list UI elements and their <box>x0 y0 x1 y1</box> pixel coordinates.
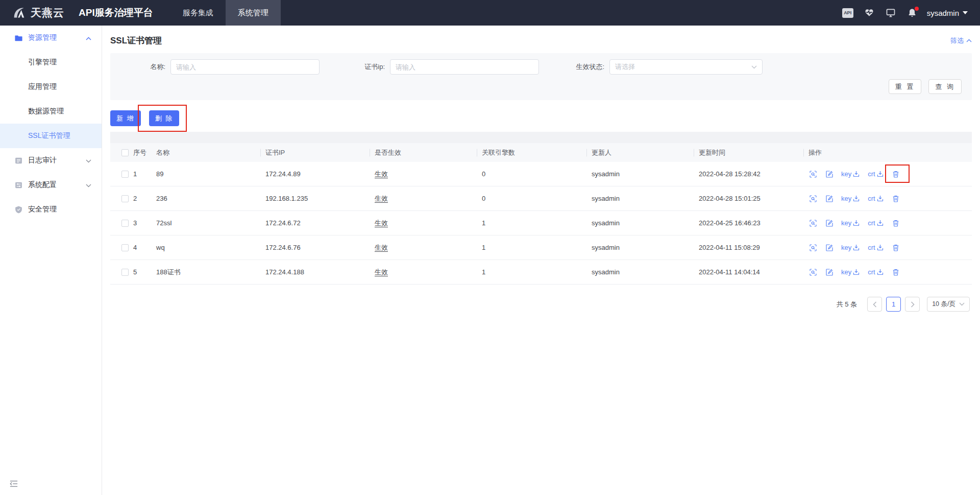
sidebar-item-system-config[interactable]: 系统配置 <box>0 173 102 197</box>
download-key-link[interactable]: key <box>841 244 860 251</box>
download-icon <box>852 219 860 227</box>
edit-icon[interactable] <box>825 243 834 252</box>
cell-ip: 172.24.4.188 <box>265 268 375 276</box>
sidebar-item-label: 安全管理 <box>28 205 57 214</box>
chevron-down-icon <box>86 156 91 164</box>
preview-icon[interactable] <box>808 243 817 252</box>
download-key-link[interactable]: key <box>841 219 860 227</box>
cert-ip-filter-input[interactable] <box>390 59 539 75</box>
delete-button[interactable]: 删 除 <box>149 110 180 126</box>
delete-row-icon[interactable] <box>892 219 900 227</box>
status-badge: 生效 <box>375 170 388 178</box>
search-button[interactable]: 查 询 <box>928 79 962 94</box>
reset-button[interactable]: 重 置 <box>889 79 922 94</box>
sidebar-item-ssl-cert-management[interactable]: SSL证书管理 <box>0 124 102 148</box>
cell-updater: sysadmin <box>592 268 699 276</box>
page-number-button[interactable]: 1 <box>886 297 901 312</box>
col-header-ip: 证书IP <box>265 148 375 157</box>
download-crt-link[interactable]: crt <box>868 195 884 202</box>
delete-row-icon[interactable] <box>892 243 900 252</box>
download-crt-link[interactable]: crt <box>868 244 884 251</box>
edit-icon[interactable] <box>825 170 834 178</box>
screen-icon[interactable] <box>885 7 896 18</box>
sidebar-item-resource-management[interactable]: 资源管理 <box>0 26 102 50</box>
api-doc-icon[interactable]: API <box>842 7 853 18</box>
nav-system-management[interactable]: 系统管理 <box>226 0 281 26</box>
cell-updated-time: 2022-04-28 15:01:25 <box>699 195 808 202</box>
download-crt-link[interactable]: crt <box>868 170 884 178</box>
edit-icon[interactable] <box>825 268 834 276</box>
cell-updated-time: 2022-04-11 14:04:14 <box>699 268 808 276</box>
row-checkbox[interactable] <box>121 195 129 202</box>
cell-index: 1 <box>133 170 156 178</box>
sidebar-item-engine-management[interactable]: 引擎管理 <box>0 50 102 75</box>
cell-updater: sysadmin <box>592 219 699 227</box>
cert-ip-filter-label: 证书ip: <box>345 62 385 72</box>
col-header-actions: 操作 <box>808 148 972 157</box>
delete-row-icon[interactable] <box>892 170 900 178</box>
health-monitor-icon[interactable] <box>864 7 875 18</box>
download-icon <box>876 195 884 202</box>
row-checkbox[interactable] <box>121 244 129 251</box>
cell-index: 2 <box>133 195 156 202</box>
prev-page-button[interactable] <box>867 297 882 312</box>
cell-index: 4 <box>133 244 156 251</box>
preview-icon[interactable] <box>808 170 817 178</box>
filter-toggle-link[interactable]: 筛选 <box>950 36 972 45</box>
sidebar-item-app-management[interactable]: 应用管理 <box>0 75 102 99</box>
notification-bell-icon[interactable] <box>906 7 918 18</box>
name-filter-input[interactable] <box>170 59 320 75</box>
row-checkbox[interactable] <box>121 269 129 276</box>
download-key-link[interactable]: key <box>841 195 860 202</box>
col-header-index: 序号 <box>133 148 156 157</box>
chevron-down-icon <box>751 65 757 69</box>
preview-icon[interactable] <box>808 219 817 227</box>
cell-index: 5 <box>133 268 156 276</box>
download-key-link[interactable]: key <box>841 268 860 276</box>
download-icon <box>876 219 884 227</box>
table-row: 4 wq 172.24.6.76 生效 1 sysadmin 2022-04-1… <box>110 235 972 260</box>
page-title: SSL证书管理 <box>110 35 162 46</box>
download-key-link[interactable]: key <box>841 170 860 178</box>
sidebar-item-datasource-management[interactable]: 数据源管理 <box>0 99 102 124</box>
preview-icon[interactable] <box>808 268 817 276</box>
user-menu[interactable]: sysadmin <box>927 9 968 17</box>
collapse-sidebar-icon[interactable] <box>9 480 18 490</box>
chevron-down-icon <box>86 181 91 189</box>
cell-ip: 172.24.6.76 <box>265 244 375 251</box>
delete-row-icon[interactable] <box>892 268 900 276</box>
nav-service-integration[interactable]: 服务集成 <box>170 0 226 26</box>
status-filter-select[interactable]: 请选择 <box>609 59 763 75</box>
add-button[interactable]: 新 增 <box>110 110 141 126</box>
page-size-select[interactable]: 10 条/页 <box>927 297 970 312</box>
cell-name: wq <box>156 244 265 251</box>
col-header-status: 是否生效 <box>375 148 482 157</box>
download-crt-link[interactable]: crt <box>868 268 884 276</box>
notification-badge <box>915 7 919 11</box>
table-row: 1 89 172.24.4.89 生效 0 sysadmin 2022-04-2… <box>110 162 972 186</box>
table-header-row: 序号 名称 证书IP 是否生效 关联引擎数 更新人 更新时间 操作 <box>110 143 972 162</box>
sidebar-item-security-management[interactable]: 安全管理 <box>0 197 102 222</box>
sidebar-item-log-audit[interactable]: 日志审计 <box>0 148 102 173</box>
select-all-checkbox[interactable] <box>121 149 129 156</box>
row-checkbox[interactable] <box>121 171 129 178</box>
edit-icon[interactable] <box>825 194 834 203</box>
sidebar-item-label: 日志审计 <box>28 156 57 165</box>
delete-row-icon[interactable] <box>892 194 900 203</box>
download-icon <box>852 268 860 276</box>
chevron-up-icon <box>86 34 91 42</box>
edit-icon[interactable] <box>825 219 834 227</box>
row-checkbox[interactable] <box>121 220 129 227</box>
cell-name: 236 <box>156 195 265 202</box>
cell-ip: 172.24.4.89 <box>265 170 375 178</box>
status-badge: 生效 <box>375 268 388 276</box>
table-row: 2 236 192.168.1.235 生效 0 sysadmin 2022-0… <box>110 186 972 211</box>
sidebar: 资源管理 引擎管理 应用管理 数据源管理 SSL证书管理 日志审计 系统配置 <box>0 26 102 495</box>
download-crt-link[interactable]: crt <box>868 219 884 227</box>
download-icon <box>876 170 884 178</box>
preview-icon[interactable] <box>808 194 817 203</box>
download-icon <box>852 244 860 251</box>
next-page-button[interactable] <box>905 297 920 312</box>
cell-name: 72ssl <box>156 219 265 227</box>
cell-engines: 1 <box>482 268 592 276</box>
